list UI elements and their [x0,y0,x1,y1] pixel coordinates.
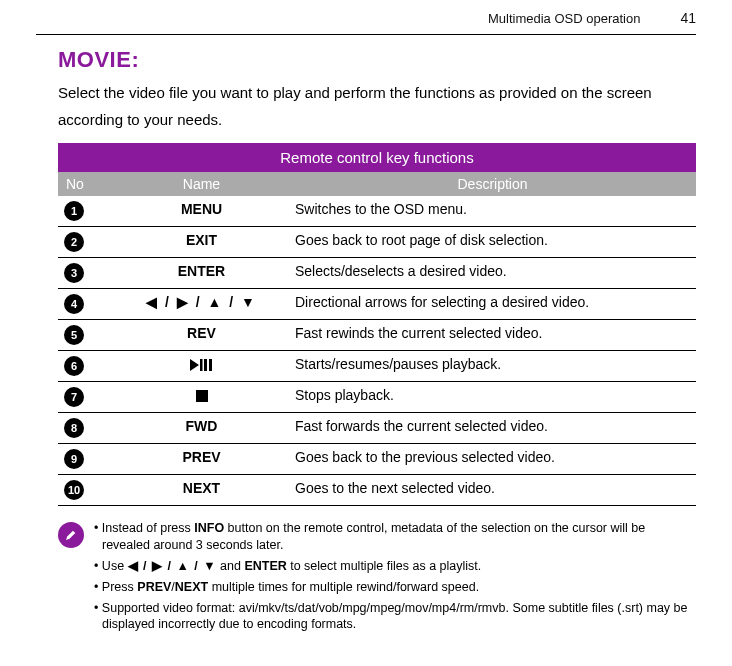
note-item: Supported video format: avi/mkv/ts/dat/v… [94,600,696,634]
table-row: 3 ENTER Selects/deselects a desired vide… [58,258,696,289]
row-desc: Selects/deselects a desired video. [289,258,696,289]
table-caption-row: Remote control key functions [58,143,696,172]
note-item: Instead of press INFO button on the remo… [94,520,696,554]
row-desc: Stops playback. [289,382,696,413]
row-desc: Starts/resumes/pauses playback. [289,351,696,382]
row-name: MENU [114,196,289,227]
row-name: NEXT [114,475,289,506]
note-item: Press PREV/NEXT multiple times for multi… [94,579,696,596]
table-caption: Remote control key functions [58,143,696,172]
row-name: PREV [114,444,289,475]
row-desc: Goes to the next selected video. [289,475,696,506]
directional-arrows-icon: ◀ / ▶ / ▲ / ▼ [128,559,217,573]
row-desc: Goes back to the previous selected video… [289,444,696,475]
row-number-badge: 2 [64,232,84,252]
svg-rect-3 [209,359,212,371]
remote-functions-table: Remote control key functions No Name Des… [58,143,696,506]
table-row: 2 EXIT Goes back to root page of disk se… [58,227,696,258]
row-name: ENTER [114,258,289,289]
table-row: 8 FWD Fast forwards the current selected… [58,413,696,444]
table-row: 7 Stops playback. [58,382,696,413]
table-row: 6 Starts/resumes/pauses playback. [58,351,696,382]
section-title: MOVIE: [58,47,696,73]
notes-block: Instead of press INFO button on the remo… [58,520,696,637]
row-number-badge: 10 [64,480,84,500]
notes-list: Instead of press INFO button on the remo… [94,520,696,637]
col-desc: Description [289,172,696,196]
svg-rect-1 [200,359,203,371]
pencil-icon [58,522,84,548]
table-row: 5 REV Fast rewinds the current selected … [58,320,696,351]
table-header-row: No Name Description [58,172,696,196]
row-desc: Switches to the OSD menu. [289,196,696,227]
intro-text: Select the video file you want to play a… [58,79,696,133]
table-row: 9 PREV Goes back to the previous selecte… [58,444,696,475]
row-number-badge: 6 [64,356,84,376]
row-desc: Goes back to root page of disk selection… [289,227,696,258]
row-name: FWD [114,413,289,444]
row-number-badge: 3 [64,263,84,283]
row-number-badge: 4 [64,294,84,314]
header-section: Multimedia OSD operation [488,11,640,26]
svg-rect-4 [196,390,208,402]
table-row: 4 ◀ / ▶ / ▲ / ▼ Directional arrows for s… [58,289,696,320]
page-header: Multimedia OSD operation 41 [0,0,732,34]
row-desc: Directional arrows for selecting a desir… [289,289,696,320]
row-desc: Fast forwards the current selected video… [289,413,696,444]
row-number-badge: 7 [64,387,84,407]
page-content: MOVIE: Select the video file you want to… [0,47,732,637]
col-name: Name [114,172,289,196]
row-number-badge: 8 [64,418,84,438]
header-page-number: 41 [680,10,696,26]
row-number-badge: 1 [64,201,84,221]
col-no: No [58,172,114,196]
note-item: Use ◀ / ▶ / ▲ / ▼ and ENTER to select mu… [94,558,696,575]
table-row: 1 MENU Switches to the OSD menu. [58,196,696,227]
directional-arrows-icon: ◀ / ▶ / ▲ / ▼ [114,289,289,320]
table-row: 10 NEXT Goes to the next selected video. [58,475,696,506]
header-rule [36,34,696,35]
row-desc: Fast rewinds the current selected video. [289,320,696,351]
row-number-badge: 5 [64,325,84,345]
svg-marker-0 [190,359,199,371]
play-pause-icon [114,351,289,382]
row-name: REV [114,320,289,351]
row-name: EXIT [114,227,289,258]
svg-rect-2 [204,359,207,371]
stop-icon [114,382,289,413]
row-number-badge: 9 [64,449,84,469]
